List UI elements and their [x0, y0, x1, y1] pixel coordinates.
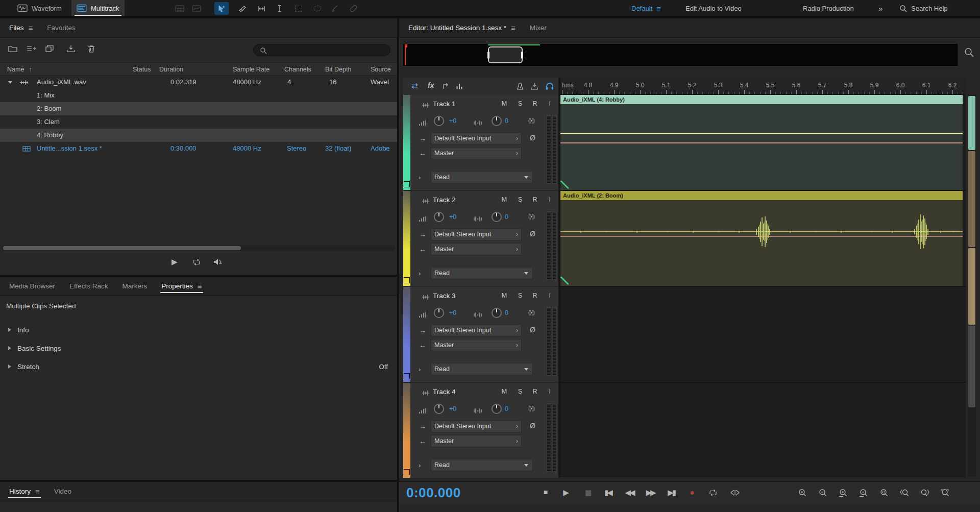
record-arm-button[interactable]: R: [530, 100, 540, 107]
column-name[interactable]: Name: [7, 63, 24, 76]
tab-effects-rack[interactable]: Effects Rack: [62, 277, 115, 296]
volume-knob[interactable]: [434, 308, 444, 318]
expand-chevron-icon[interactable]: ›: [419, 270, 421, 277]
rewind-button[interactable]: ◀◀: [621, 488, 638, 497]
panel-menu-icon[interactable]: ≡: [198, 282, 202, 290]
pause-button[interactable]: ▮▮: [579, 488, 596, 497]
file-child-row-mix[interactable]: 1: Mix: [0, 89, 397, 102]
zoom-out-time-button[interactable]: [859, 489, 868, 497]
files-search-input[interactable]: [253, 44, 390, 56]
fx-icon[interactable]: fx: [428, 81, 434, 89]
marquee-selection-tool-button[interactable]: [291, 2, 306, 15]
mute-button[interactable]: M: [499, 292, 509, 299]
tab-properties[interactable]: Properties ≡: [154, 277, 209, 296]
files-column-header[interactable]: Name ↑ Status Duration Sample Rate Chann…: [0, 62, 397, 76]
navigate-zoom-button[interactable]: [964, 47, 975, 58]
input-selector[interactable]: Default Stereo Input ›: [431, 132, 522, 144]
output-selector[interactable]: Master ›: [431, 147, 522, 159]
skip-selection-button[interactable]: [730, 489, 740, 496]
zoom-to-out-point-button[interactable]: [920, 489, 929, 497]
paintbrush-selection-tool-button[interactable]: [328, 2, 342, 15]
arrange-icon[interactable]: ⇄: [411, 81, 418, 90]
input-selector[interactable]: Default Stereo Input ›: [431, 324, 522, 336]
zoom-full-button[interactable]: [941, 489, 950, 497]
input-monitor-button[interactable]: I: [545, 292, 555, 299]
fade-in-handle[interactable]: [560, 277, 569, 285]
track-name[interactable]: Track 2: [433, 196, 456, 204]
solo-button[interactable]: S: [515, 388, 525, 395]
panel-menu-icon[interactable]: ≡: [511, 23, 516, 32]
zoom-in-time-button[interactable]: [839, 489, 848, 497]
monitor-speaker-icon[interactable]: ((•)): [528, 406, 534, 411]
clip-audio-ixml-boom[interactable]: Audio_iXML (2: Boom): [560, 191, 963, 286]
column-source[interactable]: Source: [371, 63, 391, 76]
phase-icon[interactable]: Ø: [530, 134, 535, 142]
volume-knob[interactable]: [434, 212, 444, 222]
track-name[interactable]: Track 1: [433, 100, 456, 108]
solo-button[interactable]: S: [515, 196, 525, 203]
file-child-row-clem[interactable]: 3: Clem: [0, 115, 397, 129]
zoom-out-amplitude-button[interactable]: [818, 489, 827, 497]
expand-chevron-icon[interactable]: ›: [419, 174, 421, 181]
phase-icon[interactable]: Ø: [530, 230, 535, 238]
pan-value[interactable]: 0: [505, 213, 508, 221]
workspace-switcher[interactable]: Default ≡: [631, 0, 661, 16]
automation-mode-dropdown[interactable]: Read: [431, 171, 533, 183]
pan-value[interactable]: 0: [505, 405, 508, 412]
output-selector[interactable]: Master ›: [431, 243, 522, 255]
column-sample-rate[interactable]: Sample Rate: [233, 63, 270, 76]
vertical-scrollbar[interactable]: [968, 95, 976, 477]
phase-icon[interactable]: Ø: [530, 326, 535, 334]
phase-icon[interactable]: Ø: [530, 422, 535, 430]
expand-chevron-icon[interactable]: ›: [419, 365, 421, 373]
tab-files[interactable]: Files ≡: [2, 18, 40, 37]
navigator-viewport[interactable]: [488, 46, 523, 63]
input-selector[interactable]: Default Stereo Input ›: [431, 228, 522, 240]
new-content-button[interactable]: [43, 42, 56, 55]
mute-button[interactable]: M: [499, 388, 509, 395]
input-monitor-button[interactable]: I: [545, 100, 555, 107]
track-lanes[interactable]: Audio_iXML (4: Robby) Audio_iXML (2: Boo…: [560, 95, 966, 477]
time-display[interactable]: 0:00.000: [406, 485, 461, 501]
export-button[interactable]: [64, 42, 78, 55]
panel-menu-icon[interactable]: ≡: [29, 23, 33, 32]
zoom-navigator-bar[interactable]: [403, 44, 958, 66]
mute-button[interactable]: M: [499, 100, 509, 107]
file-child-row-robby[interactable]: 4: Robby: [0, 129, 397, 142]
zoom-in-amplitude-button[interactable]: [798, 489, 807, 497]
tab-video[interactable]: Video: [47, 482, 79, 501]
meters-icon[interactable]: [456, 82, 463, 90]
headphones-monitor-icon[interactable]: [545, 82, 554, 90]
clip-header[interactable]: Audio_iXML (2: Boom): [560, 191, 963, 200]
razor-tool-button[interactable]: [235, 2, 250, 15]
workspace-overflow-button[interactable]: »: [878, 0, 883, 16]
volume-knob[interactable]: [434, 116, 444, 126]
files-horizontal-scrollbar[interactable]: [2, 246, 395, 251]
pan-knob[interactable]: [492, 308, 502, 318]
lasso-selection-tool-button[interactable]: [310, 2, 325, 15]
section-stretch[interactable]: Stretch Off: [0, 359, 397, 375]
column-status[interactable]: Status: [133, 63, 151, 76]
tab-markers[interactable]: Markers: [115, 277, 155, 296]
tab-editor[interactable]: Editor: Untitled Session 1.sesx * ≡: [401, 18, 523, 37]
punch-record-icon[interactable]: [530, 82, 538, 90]
input-monitor-button[interactable]: I: [545, 196, 555, 203]
play-button[interactable]: ▶: [557, 488, 575, 497]
go-to-end-button[interactable]: ▶▮: [663, 488, 680, 497]
input-monitor-button[interactable]: I: [545, 388, 555, 395]
monitor-speaker-icon[interactable]: ((•)): [528, 310, 534, 315]
delete-button[interactable]: [85, 42, 98, 55]
metronome-icon[interactable]: [516, 82, 524, 90]
pan-knob[interactable]: [492, 212, 502, 222]
file-row-session[interactable]: Untitle...ssion 1.sesx * 0:30.000 48000 …: [0, 142, 397, 155]
workspace-edit-audio-to-video[interactable]: Edit Audio to Video: [685, 0, 742, 16]
file-row-wav[interactable]: Audio_iXML.wav 0:02.319 48000 Hz 4 16 Wa…: [0, 76, 397, 89]
track-name[interactable]: Track 3: [433, 292, 456, 300]
scrollbar-thumb[interactable]: [3, 246, 241, 250]
monitor-speaker-icon[interactable]: ((•)): [528, 214, 534, 220]
auto-play-button[interactable]: [213, 258, 224, 266]
volume-value[interactable]: +0: [449, 309, 456, 316]
waveform-view-button[interactable]: Waveform: [12, 0, 67, 16]
volume-value[interactable]: +0: [449, 117, 456, 125]
record-button[interactable]: ●: [683, 488, 701, 497]
